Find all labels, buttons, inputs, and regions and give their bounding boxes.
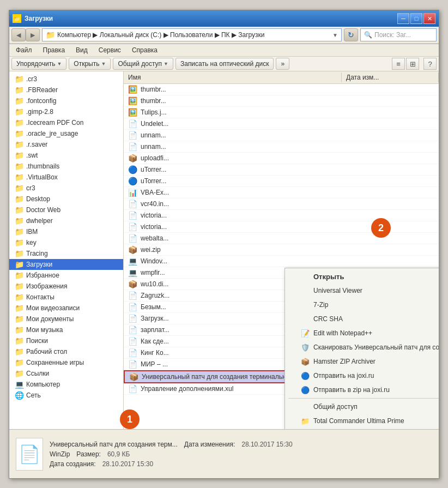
header-name[interactable]: Имя (124, 73, 342, 82)
sidebar-label: .FBReader (26, 86, 58, 94)
back-button[interactable]: ◀ (11, 28, 26, 41)
menu-view[interactable]: Вид (72, 45, 91, 55)
file-icon: 📄 (128, 337, 137, 346)
ctx-7zip[interactable]: 7-Zip (285, 298, 439, 312)
file-row[interactable]: 📄 victoria... (124, 210, 439, 221)
sidebar-item-cr3-2[interactable]: 📁 cr3 (9, 183, 123, 194)
sidebar-item-images[interactable]: 📁 Изображения (9, 281, 123, 292)
ctx-scan[interactable]: 🛡️ Сканировать Универсальный патч для со… (285, 340, 439, 354)
sidebar-label: IBM (26, 228, 38, 236)
file-name: uTorrer... (141, 177, 434, 185)
sidebar-item-contacts[interactable]: 📁 Контакты (9, 292, 123, 303)
file-row[interactable]: 🖼️ thumbr... (124, 84, 439, 95)
close-button[interactable]: ✕ (423, 13, 435, 24)
file-row[interactable]: 📦 uploadfi... (124, 153, 439, 164)
sidebar-item-swt[interactable]: 📁 .swt (9, 150, 123, 161)
file-row[interactable]: 📊 VBA-Ex... (124, 187, 439, 198)
address-dropdown-arrow[interactable]: ▼ (332, 32, 338, 38)
menu-edit[interactable]: Правка (40, 45, 69, 55)
menu-file[interactable]: Файл (13, 45, 35, 55)
folder-icon: 📁 (15, 227, 24, 236)
file-icon: 📄 (128, 291, 137, 300)
ctx-open[interactable]: Открыть (285, 269, 439, 284)
sidebar-item-network[interactable]: 🌐 Сеть (9, 390, 123, 401)
file-row[interactable]: 📄 victoria... (124, 221, 439, 233)
ctx-zip-joxi[interactable]: 🔵 Отправить в zip на joxi.ru (285, 383, 439, 397)
sidebar-item-fbreader[interactable]: 📁 .FBReader (9, 85, 123, 95)
sidebar-item-favorites[interactable]: 📁 Избранное (9, 270, 123, 281)
sidebar-item-saved-games[interactable]: 📁 Сохраненные игры (9, 357, 123, 368)
maximize-button[interactable]: □ (410, 13, 422, 24)
ctx-share[interactable]: Общий доступ (285, 400, 439, 414)
address-bar[interactable]: 📁 Компьютер ▶ Локальный диск (C:) ▶ Поль… (42, 28, 342, 41)
header-date[interactable]: Дата изм... (342, 73, 439, 82)
file-row[interactable]: 💻 Windov... (124, 256, 439, 267)
burn-button[interactable]: Записать на оптический диск (175, 58, 274, 70)
more-button[interactable]: » (276, 58, 289, 70)
ctx-edit-notepad[interactable]: 📝 Edit with Notepad++ (285, 326, 439, 340)
menu-help[interactable]: Справка (129, 45, 161, 55)
window-icon: 📁 (13, 14, 21, 23)
open-button[interactable]: Открыть ▼ (69, 58, 111, 70)
sidebar-item-ibm[interactable]: 📁 IBM (9, 226, 123, 237)
file-row[interactable]: 📄 unnam... (124, 141, 439, 153)
file-row[interactable]: 🔵 uTorrer... (124, 176, 439, 187)
sidebar-item-computer[interactable]: 💻 Компьютер (9, 379, 123, 390)
sidebar-item-icecream[interactable]: 📁 .Icecream PDF Con (9, 117, 123, 128)
share-button[interactable]: Общий доступ ▼ (113, 58, 173, 70)
file-icon: 📄 (128, 384, 137, 393)
ctx-universal-viewer[interactable]: Universal Viewer (285, 284, 439, 298)
sidebar-item-desktop2[interactable]: 📁 Рабочий стол (9, 346, 123, 357)
sidebar-item-downloads[interactable]: 📁 Загрузки (9, 259, 123, 270)
sidebar-item-links[interactable]: 📁 Ссылки (9, 368, 123, 379)
organize-button[interactable]: Упорядочить ▼ (11, 58, 66, 70)
sidebar-item-videos[interactable]: 📁 Мои видеозаписи (9, 303, 123, 314)
ctx-hamster[interactable]: 📦 Hamster ZIP Archiver (285, 354, 439, 369)
menu-service[interactable]: Сервис (95, 45, 124, 55)
sidebar-label: .gimp-2.8 (26, 108, 53, 116)
sidebar-item-doctor-web[interactable]: 📁 Doctor Web (9, 204, 123, 215)
search-bar[interactable]: 🔍 Поиск: Заг... (360, 28, 437, 41)
folder-icon: 📁 (15, 151, 24, 160)
help-button[interactable]: ? (423, 58, 437, 70)
ctx-crc-label: CRC SHA (313, 315, 343, 323)
sidebar-item-oracle[interactable]: 📁 .oracle_jre_usage (9, 128, 123, 139)
sidebar-item-fontconfig[interactable]: 📁 .fontconfig (9, 95, 123, 106)
file-icon: 📄 (128, 234, 137, 243)
file-row[interactable]: 📄 Undelet... (124, 118, 439, 130)
sidebar-item-cr3[interactable]: 📁 .cr3 (9, 74, 123, 85)
ctx-crc-sha[interactable]: CRC SHA (285, 312, 439, 326)
sidebar-label: Избранное (26, 272, 59, 279)
ctx-open-winrar[interactable]: 📦 Открыть в WinRAR (285, 428, 439, 429)
refresh-button[interactable]: ↻ (344, 28, 358, 41)
sidebar-item-music[interactable]: 📁 Мои музыка (9, 324, 123, 335)
sidebar-item-rsaver[interactable]: 📁 .r.saver (9, 139, 123, 150)
details-view-button[interactable]: ⊞ (406, 58, 419, 70)
sidebar-item-tracing[interactable]: 📁 Tracing (9, 248, 123, 259)
file-row[interactable]: 📦 wei.zip (124, 244, 439, 256)
sidebar-item-desktop[interactable]: 📁 Desktop (9, 194, 123, 204)
file-row[interactable]: 📄 webalta... (124, 233, 439, 244)
file-row[interactable]: 🖼️ thumbr... (124, 95, 439, 107)
ctx-hamster-icon: 📦 (300, 357, 310, 366)
sidebar-item-key[interactable]: 📁 key (9, 237, 123, 248)
file-row[interactable]: 🔵 uTorrer... (124, 164, 439, 176)
sidebar-item-gimp[interactable]: 📁 .gimp-2.8 (9, 106, 123, 117)
file-row[interactable]: 🖼️ Tulips.j... (124, 107, 439, 118)
sidebar-item-documents[interactable]: 📁 Мои документы (9, 314, 123, 324)
file-icon: 📄 (128, 222, 137, 231)
ctx-send-joxi[interactable]: 🔵 Отправить на joxi.ru (285, 369, 439, 383)
sidebar-item-virtualbox[interactable]: 📁 .VirtualBox (9, 172, 123, 183)
ctx-7zip-icon (300, 300, 310, 310)
file-row[interactable]: 📄 unnam... (124, 130, 439, 141)
file-name: victoria... (141, 212, 434, 219)
sidebar-item-thumbnails[interactable]: 📁 .thumbnails (9, 161, 123, 172)
file-row[interactable]: 📄 vcr40.in... (124, 198, 439, 210)
sidebar-item-search[interactable]: 📁 Поиски (9, 335, 123, 346)
sidebar-item-dwhelper[interactable]: 📁 dwhelper (9, 215, 123, 226)
minimize-button[interactable]: ─ (397, 13, 409, 24)
folder-icon: 📁 (15, 304, 24, 312)
list-view-button[interactable]: ≡ (392, 58, 405, 70)
ctx-total-commander[interactable]: 📁 Total Commander Ultima Prime (285, 414, 439, 428)
forward-button[interactable]: ▶ (26, 28, 40, 41)
